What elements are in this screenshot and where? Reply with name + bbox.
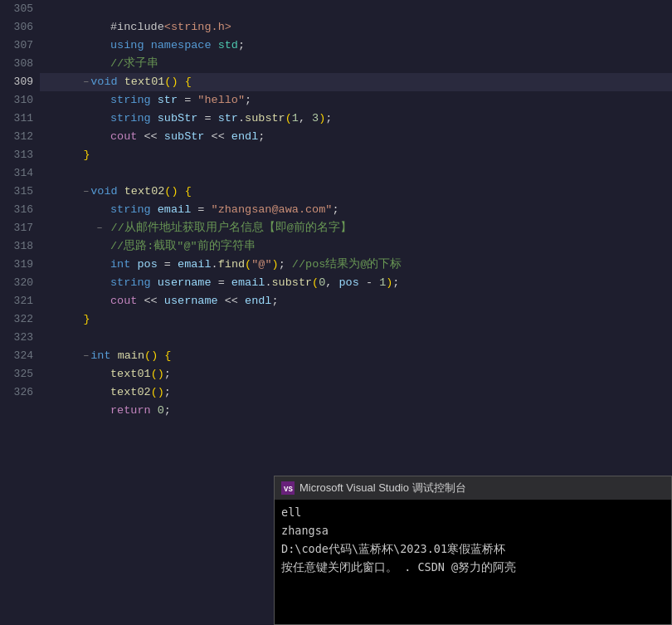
debug-title-text: Microsoft Visual Studio 调试控制台 (299, 481, 466, 496)
debug-console[interactable]: VS Microsoft Visual Studio 调试控制台 ell zha… (274, 476, 672, 625)
line-num-323: 323 (0, 329, 33, 347)
line-num-319: 319 (0, 256, 33, 274)
line-num-318: 318 (0, 237, 33, 256)
line-num-313: 313 (0, 146, 33, 164)
code-line-323: −int main() { (40, 329, 672, 347)
line-num-326: 326 (0, 383, 33, 402)
debug-path: D:\code代码\蓝桥杯\2023.01寒假蓝桥杯 (281, 540, 665, 558)
line-num-321: 321 (0, 292, 33, 310)
editor-container: 305 306 307 308 309 310 311 312 313 314 … (0, 0, 672, 625)
code-line-305: #include<string.h> (40, 0, 672, 18)
line-num-325: 325 (0, 365, 33, 383)
debug-csdn-line: 按任意键关闭此窗口。 . CSDN @努力的阿亮 (281, 558, 665, 576)
line-num-305: 305 (0, 0, 33, 18)
line-num-312: 312 (0, 128, 33, 146)
line-num-314: 314 (0, 164, 33, 183)
line-num-307: 307 (0, 37, 33, 55)
line-num-324: 324 (0, 347, 33, 365)
debug-line-1: ell (281, 503, 665, 521)
line-num-311: 311 (0, 110, 33, 128)
code-line-313 (40, 146, 672, 164)
line-num-306: 306 (0, 18, 33, 37)
debug-line-2: zhangsa (281, 521, 665, 540)
debug-content: ell zhangsa D:\code代码\蓝桥杯\2023.01寒假蓝桥杯 按… (275, 500, 671, 579)
svg-text:VS: VS (284, 486, 293, 494)
code-line-314: −void text02() { (40, 164, 672, 183)
line-num-320: 320 (0, 274, 33, 292)
line-num-308: 308 (0, 55, 33, 73)
line-num-317: 317 (0, 219, 33, 237)
line-num-315: 315 (0, 183, 33, 201)
code-line-322 (40, 310, 672, 329)
vs-icon: VS (281, 481, 295, 495)
line-num-310: 310 (0, 91, 33, 110)
line-num-316: 316 (0, 201, 33, 219)
debug-title-bar: VS Microsoft Visual Studio 调试控制台 (275, 476, 671, 500)
line-num-322: 322 (0, 310, 33, 329)
line-numbers: 305 306 307 308 309 310 311 312 313 314 … (0, 0, 40, 625)
line-num-309: 309 (0, 73, 33, 91)
